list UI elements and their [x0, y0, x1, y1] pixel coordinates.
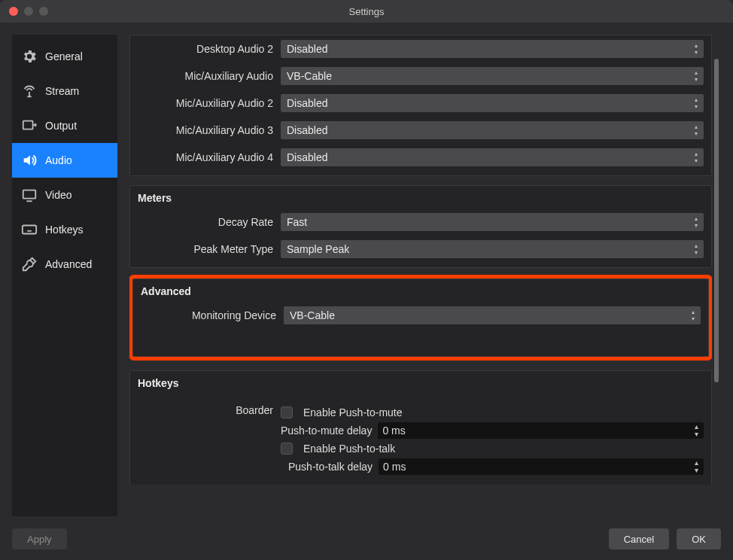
numfield-value: 0 ms [383, 461, 406, 473]
minimize-window-button[interactable] [24, 7, 33, 16]
delay-label: Push-to-talk delay [281, 461, 373, 473]
mic-aux-audio-2-select[interactable]: Disabled ▴▾ [281, 94, 704, 112]
scrollbar-thumb[interactable] [714, 59, 719, 382]
sidebar-item-label: Audio [45, 154, 72, 166]
select-value: Disabled [287, 97, 327, 109]
checkbox-label: Enable Push-to-mute [303, 406, 403, 418]
stepper-arrows-icon: ▴▾ [692, 41, 701, 56]
sidebar-item-label: Output [45, 120, 77, 132]
meters-panel: Meters Decay Rate Fast ▴▾ Peak Me [129, 185, 712, 268]
monitoring-device-select[interactable]: VB-Cable ▴▾ [284, 306, 701, 324]
numfield-value: 0 ms [382, 425, 405, 437]
window-title: Settings [0, 6, 733, 17]
settings-window: Settings General Stream Output [0, 0, 733, 560]
speaker-icon [21, 152, 38, 169]
push-to-mute-delay-input[interactable]: 0 ms ▴▾ [378, 422, 704, 439]
checkbox-label: Enable Push-to-talk [303, 443, 395, 455]
panel-title: Hotkeys [130, 371, 711, 394]
panel-title: Meters [130, 186, 711, 208]
window-controls [0, 7, 48, 16]
apply-button[interactable]: Apply [12, 528, 67, 549]
ok-button[interactable]: OK [677, 528, 721, 549]
settings-content: Desktop Audio 2 Disabled ▴▾ Mic/Auxiliar… [129, 35, 712, 516]
sidebar-item-output[interactable]: Output [12, 108, 117, 143]
peak-meter-type-select[interactable]: Sample Peak ▴▾ [281, 240, 704, 258]
keyboard-icon [21, 221, 38, 238]
monitor-icon [21, 187, 38, 203]
stepper-arrows-icon: ▴▾ [691, 423, 701, 438]
close-window-button[interactable] [9, 7, 18, 16]
field-label: Desktop Audio 2 [138, 43, 273, 55]
decay-rate-select[interactable]: Fast ▴▾ [281, 213, 704, 231]
desktop-audio-2-select[interactable]: Disabled ▴▾ [281, 40, 704, 58]
hotkey-group-name: Blue Yeti [138, 484, 273, 485]
field-label: Decay Rate [138, 216, 273, 228]
output-icon [21, 117, 38, 134]
devices-panel: Desktop Audio 2 Disabled ▴▾ Mic/Auxiliar… [129, 35, 712, 176]
cancel-button[interactable]: Cancel [609, 528, 669, 549]
field-label: Mic/Auxiliary Audio 2 [138, 97, 273, 109]
select-value: Sample Peak [287, 243, 349, 255]
push-to-talk-delay-input[interactable]: 0 ms ▴▾ [379, 458, 704, 475]
gear-icon [21, 48, 38, 65]
stepper-arrows-icon: ▴▾ [692, 242, 701, 257]
select-value: Disabled [287, 43, 327, 55]
stepper-arrows-icon: ▴▾ [689, 308, 698, 323]
dialog-footer: Apply Cancel OK [0, 528, 733, 560]
select-value: Fast [287, 216, 307, 228]
sidebar-item-stream[interactable]: Stream [12, 74, 117, 108]
sidebar-item-hotkeys[interactable]: Hotkeys [12, 212, 117, 247]
field-label: Mic/Auxiliary Audio [138, 70, 273, 82]
mic-aux-audio-4-select[interactable]: Disabled ▴▾ [281, 148, 704, 166]
sidebar-item-label: Video [45, 189, 72, 201]
hotkeys-panel: Hotkeys Boarder Enable Push-to-mute Pu [129, 370, 712, 485]
tools-icon [21, 256, 38, 272]
sidebar-item-general[interactable]: General [12, 39, 117, 74]
push-to-talk-checkbox[interactable] [281, 443, 293, 455]
stepper-arrows-icon: ▴▾ [692, 68, 701, 84]
field-label: Peak Meter Type [138, 243, 273, 255]
stepper-arrows-icon: ▴▾ [692, 215, 701, 230]
sidebar-item-video[interactable]: Video [12, 178, 117, 212]
svg-rect-1 [23, 190, 36, 199]
broadcast-icon [21, 83, 38, 99]
panel-title: Advanced [133, 279, 708, 302]
select-value: VB-Cable [287, 70, 332, 82]
push-to-mute-checkbox[interactable] [281, 406, 293, 418]
sidebar-item-label: Hotkeys [45, 224, 84, 236]
titlebar: Settings [0, 0, 733, 23]
svg-rect-2 [23, 226, 36, 234]
sidebar-item-label: Stream [45, 85, 79, 97]
select-value: Disabled [287, 151, 327, 163]
select-value: VB-Cable [290, 309, 335, 321]
mic-aux-audio-select[interactable]: VB-Cable ▴▾ [281, 67, 704, 85]
stepper-arrows-icon: ▴▾ [692, 96, 701, 111]
field-label: Mic/Auxiliary Audio 3 [138, 124, 273, 136]
sidebar-item-label: Advanced [45, 258, 92, 270]
stepper-arrows-icon: ▴▾ [691, 459, 701, 474]
stepper-arrows-icon: ▴▾ [692, 150, 701, 165]
sidebar-item-advanced[interactable]: Advanced [12, 247, 117, 282]
stepper-arrows-icon: ▴▾ [692, 123, 701, 138]
settings-sidebar: General Stream Output Audio [12, 35, 117, 516]
hotkey-group-name: Boarder [138, 404, 273, 416]
content-scrollbar[interactable] [712, 35, 721, 516]
svg-rect-0 [23, 121, 33, 129]
maximize-window-button[interactable] [39, 7, 48, 16]
delay-label: Push-to-mute delay [281, 425, 372, 437]
sidebar-item-audio[interactable]: Audio [12, 143, 117, 178]
sidebar-item-label: General [45, 50, 83, 62]
mic-aux-audio-3-select[interactable]: Disabled ▴▾ [281, 121, 704, 139]
field-label: Mic/Auxiliary Audio 4 [138, 151, 273, 163]
advanced-panel: Advanced Monitoring Device VB-Cable ▴▾ [132, 278, 709, 357]
field-label: Monitoring Device [141, 309, 276, 321]
select-value: Disabled [287, 124, 327, 136]
